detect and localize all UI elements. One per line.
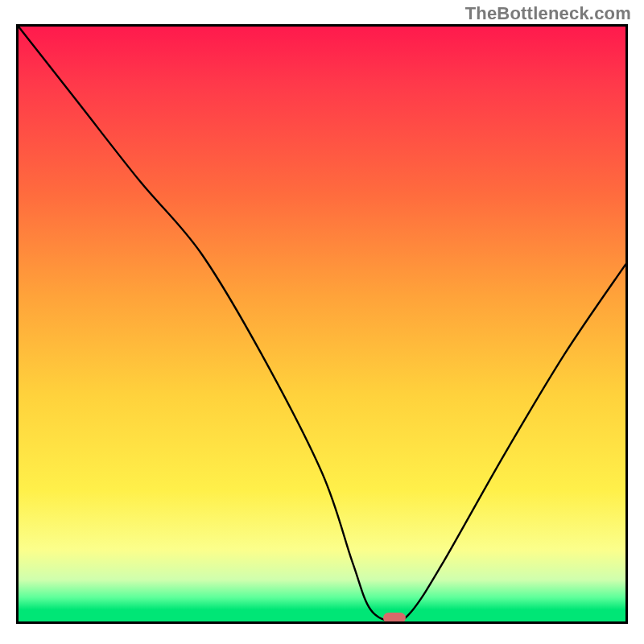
watermark-text: TheBottleneck.com (465, 3, 631, 24)
chart-frame: TheBottleneck.com (0, 0, 644, 644)
plot-area (16, 24, 628, 624)
optimum-marker (383, 613, 406, 623)
bottleneck-curve (19, 27, 625, 621)
